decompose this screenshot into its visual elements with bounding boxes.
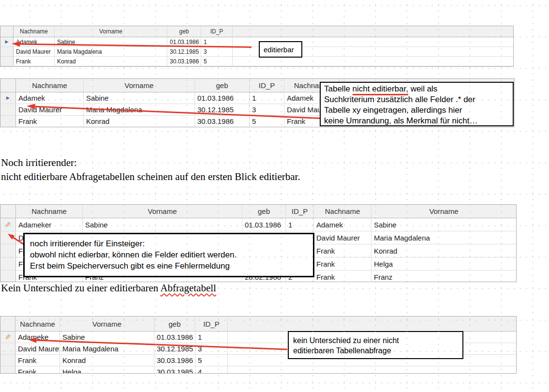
- column-header[interactable]: Vorname: [84, 79, 195, 92]
- column-header[interactable]: Nachname: [314, 205, 371, 218]
- column-header[interactable]: Nachname: [16, 79, 84, 92]
- row-selector[interactable]: ✎: [0, 332, 15, 343]
- annotation-box-editierbar: editierbar: [259, 41, 302, 58]
- table-cell[interactable]: Frank: [314, 257, 371, 270]
- column-header[interactable]: geb: [242, 205, 286, 218]
- table-cell[interactable]: 3: [195, 343, 228, 354]
- table-cell[interactable]: Sabine: [60, 332, 154, 343]
- row-selector[interactable]: [0, 343, 15, 354]
- column-header[interactable]: Nachname: [15, 317, 60, 331]
- select-all-corner[interactable]: [0, 79, 16, 92]
- table-cell[interactable]: Franz: [371, 271, 516, 282]
- column-header[interactable]: ID_P: [195, 317, 228, 331]
- column-header[interactable]: ID_P: [201, 26, 233, 37]
- table-cell[interactable]: Adamek: [314, 218, 371, 231]
- select-all-corner[interactable]: [0, 205, 16, 218]
- table-cell[interactable]: David Maurer: [16, 104, 84, 115]
- table-cell[interactable]: Maria Magdalena: [84, 104, 195, 115]
- row-selector[interactable]: ✎: [0, 218, 16, 231]
- table-cell[interactable]: 01.03.1986: [167, 37, 201, 46]
- table-cell[interactable]: 1: [286, 218, 314, 231]
- row-selector[interactable]: [0, 231, 16, 244]
- table-cell[interactable]: Sabine: [55, 37, 167, 46]
- column-header[interactable]: ID_P: [250, 79, 284, 92]
- column-header[interactable]: Vorname: [83, 205, 242, 218]
- table-cell[interactable]: 4: [195, 366, 228, 374]
- table-cell[interactable]: 1: [201, 37, 233, 46]
- table-cell[interactable]: Helga: [371, 257, 516, 270]
- column-header[interactable]: geb: [195, 79, 250, 92]
- row-selector[interactable]: ▶: [0, 37, 14, 46]
- column-header[interactable]: geb: [154, 317, 195, 331]
- table-cell[interactable]: 30.03.1986: [154, 355, 195, 366]
- table-cell[interactable]: Konrad: [84, 116, 195, 127]
- table-cell[interactable]: Frank: [15, 355, 60, 366]
- table-cell[interactable]: 01.03.1986: [195, 92, 250, 104]
- table-cell[interactable]: 30.12.1985: [154, 343, 195, 354]
- table-cell[interactable]: 5: [201, 57, 233, 66]
- table-cell[interactable]: Frank: [314, 271, 371, 282]
- table-cell[interactable]: 30.03.1986: [167, 57, 201, 66]
- select-all-corner[interactable]: [0, 26, 14, 37]
- column-header[interactable]: Nachname: [16, 205, 83, 218]
- table-cell[interactable]: [233, 57, 513, 66]
- table-cell[interactable]: 01.03.1986: [242, 218, 286, 231]
- table-cell[interactable]: 30.12.1985: [167, 47, 201, 56]
- table-cell[interactable]: Frank: [14, 57, 55, 66]
- table-cell[interactable]: Sabine: [83, 218, 242, 231]
- table-cell[interactable]: Adamek: [14, 37, 55, 46]
- table-cell[interactable]: Maria Magdalena: [55, 47, 167, 56]
- table-cell[interactable]: [228, 366, 516, 374]
- datasheet-editable: NachnameVornamegebID_P▶AdamekSabine01.03…: [0, 26, 514, 67]
- column-header[interactable]: Vorname: [60, 317, 154, 331]
- table-cell[interactable]: Adameke: [15, 332, 60, 343]
- table-cell[interactable]: Frank: [15, 366, 60, 374]
- column-header[interactable]: Vorname: [55, 26, 167, 37]
- table-cell[interactable]: Sabine: [371, 218, 516, 231]
- table-cell[interactable]: Helga: [60, 366, 154, 374]
- select-all-corner[interactable]: [0, 317, 15, 331]
- column-header[interactable]: ID_P: [286, 205, 314, 218]
- column-header[interactable]: [233, 26, 513, 37]
- paragraph-line: nicht editierbare Abfragetabellen schein…: [1, 170, 300, 184]
- table-cell[interactable]: Adamek: [16, 92, 84, 104]
- table-cell[interactable]: 30.03.1986: [195, 116, 250, 127]
- row-selector[interactable]: [0, 116, 16, 127]
- column-header[interactable]: Vorname: [371, 205, 516, 218]
- table-cell[interactable]: Frank: [16, 116, 84, 127]
- row-selector[interactable]: [0, 271, 16, 282]
- column-header[interactable]: geb: [167, 26, 201, 37]
- table-cell[interactable]: David Maurer: [314, 231, 371, 244]
- table-cell[interactable]: David Maurer: [15, 343, 60, 354]
- annotation-text: keine Umrandung, als Merkmal für nicht…: [324, 116, 513, 126]
- row-selector[interactable]: [0, 355, 15, 366]
- table-cell[interactable]: 5: [250, 116, 284, 127]
- table-cell[interactable]: 30.12.1985: [195, 104, 250, 115]
- table-cell[interactable]: Frank: [314, 244, 371, 257]
- table-cell[interactable]: 1: [250, 92, 284, 104]
- table-cell[interactable]: 5: [195, 355, 228, 366]
- table-cell[interactable]: 3: [250, 104, 284, 115]
- row-selector[interactable]: ▶: [0, 92, 16, 104]
- table-cell[interactable]: Konrad: [371, 244, 516, 257]
- table-cell[interactable]: 01.03.1986: [154, 332, 195, 343]
- annotation-text: kein Unterschied zu einer nicht: [293, 335, 462, 346]
- table-cell[interactable]: Sabine: [84, 92, 195, 104]
- column-header[interactable]: Nachname: [14, 26, 55, 37]
- row-selector[interactable]: [0, 257, 16, 270]
- row-selector[interactable]: [0, 57, 14, 66]
- row-selector[interactable]: [0, 366, 15, 374]
- table-cell[interactable]: 30.03.1985: [154, 366, 195, 374]
- table-cell[interactable]: Maria Magdalena: [60, 343, 154, 354]
- row-selector[interactable]: [0, 104, 16, 115]
- column-header[interactable]: [228, 317, 516, 331]
- table-cell[interactable]: David Maurer: [14, 47, 55, 56]
- row-selector[interactable]: [0, 244, 16, 257]
- table-cell[interactable]: Maria Magdalena: [371, 231, 516, 244]
- table-cell[interactable]: Konrad: [55, 57, 167, 66]
- row-selector[interactable]: [0, 47, 14, 56]
- table-cell[interactable]: 1: [195, 332, 228, 343]
- table-cell[interactable]: 3: [201, 47, 233, 56]
- table-cell[interactable]: Konrad: [60, 355, 154, 366]
- table-cell[interactable]: Adameker: [16, 218, 83, 231]
